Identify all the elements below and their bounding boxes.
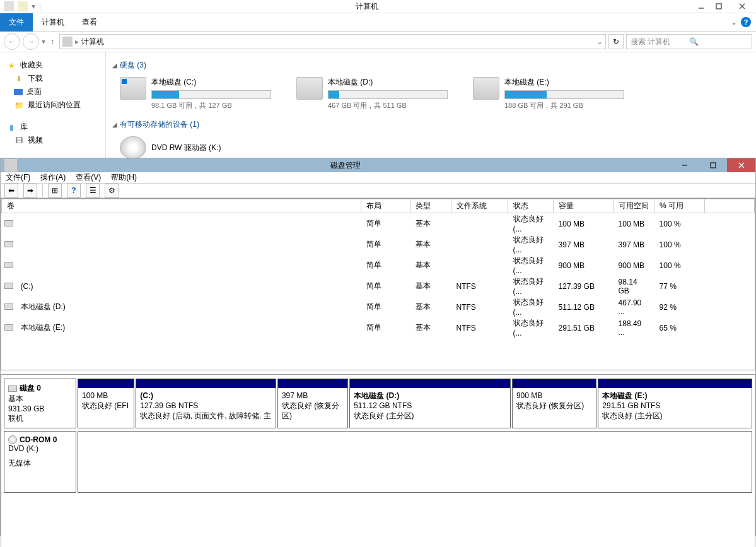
diskmgmt-titlebar: 磁盘管理 [1, 158, 755, 172]
search-input[interactable]: 搜索 计算机 🔍 [626, 34, 752, 49]
disk-0-label[interactable]: 磁盘 0 基本 931.39 GB 联机 [4, 379, 76, 428]
list-view-button[interactable]: ☰ [86, 184, 100, 197]
desktop-icon [14, 89, 23, 95]
help-icon[interactable]: ? [741, 17, 751, 27]
svg-rect-1 [716, 4, 721, 9]
col-fs[interactable]: 文件系统 [451, 199, 508, 213]
partition-bar [78, 379, 134, 388]
chevron-down-icon[interactable]: ⌄ [596, 37, 603, 46]
col-free[interactable]: 可用空间 [614, 199, 654, 213]
volume-icon [4, 262, 13, 268]
table-row[interactable]: 本地磁盘 (D:) 简单 基本 NTFS 状态良好 (... 511.12 GB… [2, 297, 755, 317]
hdd-icon [296, 77, 323, 100]
sidebar-item-desktop[interactable]: 桌面 [4, 85, 102, 98]
drive-usage-bar [328, 90, 448, 99]
sidebar-libraries[interactable]: ▮ 库 [4, 121, 102, 134]
volume-icon [4, 324, 13, 331]
table-row[interactable]: 简单 基本 状态良好 (... 900 MB 900 MB 100 % [2, 255, 755, 276]
menu-help[interactable]: 帮助(H) [111, 172, 137, 183]
sidebar-favorites[interactable]: ★ 收藏夹 [4, 59, 102, 72]
diskmgmt-window: 磁盘管理 文件(F) 操作(A) 查看(V) 帮助(H) ⬅ ➡ ⊞ ? ☰ ⚙… [0, 158, 756, 536]
properties-icon[interactable] [18, 1, 28, 11]
section-removable[interactable]: ◢ 有可移动存储的设备 (1) [112, 119, 750, 130]
partition[interactable]: 900 MB状态良好 (恢复分区) [512, 379, 596, 428]
menu-file[interactable]: 文件(F) [6, 172, 30, 183]
col-status[interactable]: 状态 [508, 199, 554, 213]
volume-table: 卷 布局 类型 文件系统 状态 容量 可用空间 % 可用 简单 基本 状态良好 … [1, 198, 755, 370]
partition[interactable]: 100 MB状态良好 (EFI [78, 379, 134, 428]
table-row[interactable]: 本地磁盘 (E:) 简单 基本 NTFS 状态良好 (... 291.51 GB… [2, 317, 755, 338]
col-pct[interactable]: % 可用 [654, 199, 705, 213]
ribbon-tab-view[interactable]: 查看 [73, 13, 106, 32]
col-capacity[interactable]: 容量 [554, 199, 614, 213]
drive-usage-bar [151, 90, 271, 99]
close-button[interactable] [728, 0, 756, 13]
table-header-row: 卷 布局 类型 文件系统 状态 容量 可用空间 % 可用 [2, 199, 755, 213]
minimize-button[interactable] [670, 158, 699, 172]
col-type[interactable]: 类型 [410, 199, 451, 213]
volume-icon [4, 283, 13, 289]
chevron-down-icon[interactable]: ⌄ [731, 18, 737, 26]
address-bar[interactable]: ▸ 计算机 ⌄ [59, 34, 606, 49]
partition-bar [278, 379, 347, 388]
menu-action[interactable]: 操作(A) [40, 172, 66, 183]
partition[interactable]: 本地磁盘 (D:)511.12 GB NTFS状态良好 (主分区) [349, 379, 511, 428]
cdrom-icon [8, 435, 17, 444]
settings-button[interactable]: ⚙ [105, 184, 119, 197]
drive-dvd[interactable]: DVD RW 驱动器 (K:) [120, 136, 277, 159]
help-button[interactable]: ? [67, 184, 81, 197]
partition[interactable]: (C:)127.39 GB NTFS状态良好 (启动, 页面文件, 故障转储, … [136, 379, 276, 428]
sidebar-item-recent[interactable]: 📁 最近访问的位置 [4, 98, 102, 112]
video-icon: 🎞 [14, 136, 24, 146]
up-button[interactable]: ↑ [48, 37, 57, 46]
sidebar: ★ 收藏夹 ⬇ 下载 桌面 📁 最近访问的位置 ▮ [0, 52, 106, 172]
partition[interactable]: 本地磁盘 (E:)291.51 GB NTFS状态良好 (主分区) [598, 379, 752, 428]
hdd-icon [473, 77, 499, 100]
drive-d[interactable]: 本地磁盘 (D:) 467 GB 可用，共 511 GB [296, 77, 454, 110]
cdrom-0-row: CD-ROM 0 DVD (K:) 无媒体 [4, 431, 752, 493]
library-icon: ▮ [6, 122, 16, 132]
computer-icon [62, 37, 73, 47]
drive-e[interactable]: 本地磁盘 (E:) 188 GB 可用，共 291 GB [473, 77, 631, 110]
search-icon: 🔍 [689, 37, 748, 46]
table-row[interactable]: 简单 基本 状态良好 (... 397 MB 397 MB 100 % [2, 234, 755, 255]
computer-icon [4, 1, 14, 11]
refresh-button[interactable]: ↻ [608, 34, 624, 49]
dvd-icon [120, 136, 146, 159]
partition[interactable]: 397 MB状态良好 (恢复分区) [277, 379, 348, 428]
partition-bar [598, 379, 752, 388]
col-layout[interactable]: 布局 [361, 199, 410, 213]
volume-icon [4, 220, 13, 226]
collapse-icon: ◢ [112, 62, 117, 69]
section-hdd[interactable]: ◢ 硬盘 (3) [112, 60, 750, 71]
disk-graphical-view: 磁盘 0 基本 931.39 GB 联机 100 MB状态良好 (EFI (C:… [1, 374, 755, 547]
diskmgmt-menubar: 文件(F) 操作(A) 查看(V) 帮助(H) [1, 172, 755, 184]
back-button[interactable]: ← [4, 33, 20, 50]
ribbon-tab-computer[interactable]: 计算机 [33, 13, 73, 32]
maximize-button[interactable] [710, 0, 728, 13]
maximize-button[interactable] [699, 158, 727, 172]
menu-view[interactable]: 查看(V) [76, 172, 101, 183]
drive-usage-bar [504, 90, 624, 99]
minimize-button[interactable] [692, 0, 710, 13]
chevron-down-icon[interactable]: ▾ [32, 2, 35, 11]
search-placeholder: 搜索 计算机 [631, 37, 689, 47]
drive-c[interactable]: 本地磁盘 (C:) 98.1 GB 可用，共 127 GB [120, 77, 277, 110]
ribbon-tab-file[interactable]: 文件 [0, 13, 33, 32]
diskmgmt-toolbar: ⬅ ➡ ⊞ ? ☰ ⚙ [1, 184, 755, 198]
sidebar-item-downloads[interactable]: ⬇ 下载 [4, 72, 102, 85]
col-volume[interactable]: 卷 [2, 199, 361, 213]
recent-dropdown[interactable]: ▾ [42, 37, 45, 46]
refresh-button[interactable]: ⊞ [48, 184, 62, 197]
download-icon: ⬇ [14, 74, 24, 84]
explorer-titlebar: ▾ | 计算机 [0, 0, 756, 13]
table-row[interactable]: (C:) 简单 基本 NTFS 状态良好 (... 127.39 GB 98.1… [2, 276, 755, 297]
sidebar-item-videos[interactable]: 🎞 视频 [4, 134, 102, 147]
close-button[interactable] [727, 158, 755, 172]
forward-button[interactable]: → [23, 33, 39, 50]
cdrom-0-label[interactable]: CD-ROM 0 DVD (K:) 无媒体 [4, 431, 76, 493]
table-row[interactable]: 简单 基本 状态良好 (... 100 MB 100 MB 100 % [2, 213, 755, 235]
partition-bar [136, 379, 276, 388]
forward-button[interactable]: ➡ [23, 184, 37, 197]
back-button[interactable]: ⬅ [4, 184, 18, 197]
